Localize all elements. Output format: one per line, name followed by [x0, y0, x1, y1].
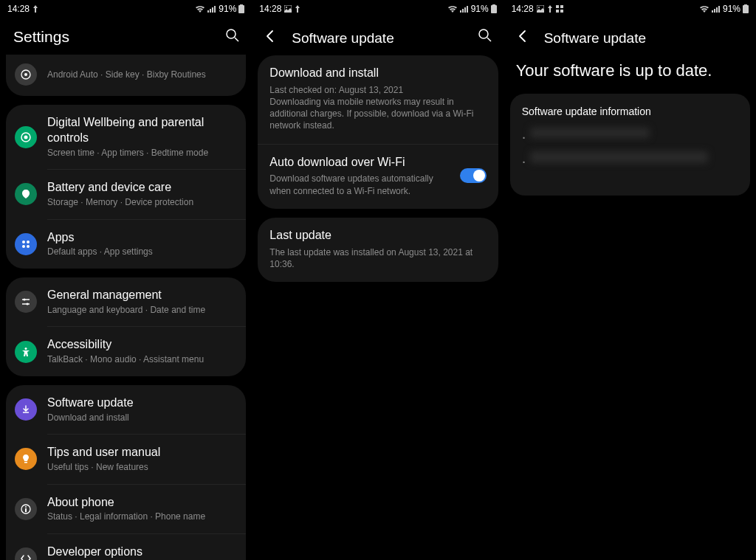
setting-subtitle: Screen time · App timers · Bedtime mode	[47, 148, 234, 159]
svg-rect-29	[462, 9, 464, 13]
svg-rect-30	[464, 7, 466, 13]
setting-apps[interactable]: AppsDefault apps · App settings	[6, 220, 246, 269]
status-time: 14:28	[259, 4, 281, 14]
setting-battery[interactable]: Battery and device careStorage · Memory …	[6, 170, 246, 218]
redacted-line	[530, 128, 649, 138]
svg-point-34	[479, 30, 488, 38]
svg-point-11	[24, 135, 28, 139]
general-icon	[15, 291, 37, 313]
svg-point-20	[25, 348, 27, 350]
back-button[interactable]	[516, 30, 529, 46]
setting-subtitle: Status · Legal information · Phone name	[47, 511, 234, 523]
redacted-line	[530, 151, 708, 163]
svg-rect-28	[460, 10, 461, 13]
about-icon	[15, 498, 37, 520]
setting-title: Software update	[47, 395, 234, 411]
wellbeing-icon	[15, 126, 37, 148]
svg-rect-41	[560, 10, 563, 13]
battery-percent: 91%	[723, 4, 740, 14]
setting-title: General management	[47, 288, 234, 303]
header: Settings	[0, 18, 252, 55]
search-icon[interactable]	[478, 28, 492, 46]
svg-point-17	[24, 299, 26, 301]
setting-subtitle: Language and keyboard · Date and time	[47, 305, 234, 317]
header: Software update	[504, 18, 756, 55]
svg-point-12	[22, 241, 25, 243]
svg-rect-43	[714, 9, 715, 13]
upload-icon	[32, 5, 38, 13]
update-status-screen: 14:28 91% Sof	[504, 0, 756, 560]
setting-developer-options[interactable]: Developer optionsDeveloper options	[6, 534, 246, 560]
setting-title: Tips and user manual	[47, 445, 234, 460]
setting-title: Digital Wellbeing and parental controls	[47, 115, 234, 146]
svg-rect-42	[712, 10, 713, 13]
setting-subtitle: TalkBack · Mono audio · Assistant menu	[47, 354, 234, 366]
svg-rect-0	[207, 10, 209, 13]
svg-point-19	[27, 303, 29, 305]
page-title: Software update	[544, 30, 744, 46]
status-time: 14:28	[7, 4, 30, 14]
image-notif-icon	[537, 5, 544, 13]
setting-tips[interactable]: Tips and user manualUseful tips · New fe…	[6, 435, 246, 483]
search-icon[interactable]	[225, 28, 240, 46]
svg-point-15	[27, 245, 30, 248]
item-subtitle: The last update was installed on August …	[269, 246, 486, 270]
svg-rect-4	[238, 5, 244, 13]
apps-icon	[15, 233, 37, 255]
svg-point-24	[25, 506, 27, 508]
item-title: Last update	[269, 228, 486, 243]
update-download-install[interactable]: Download and installLast checked on: Aug…	[258, 55, 498, 144]
svg-line-35	[487, 38, 491, 41]
item-subtitle: Download software updates automatically …	[269, 173, 450, 196]
setting-software-update[interactable]: Software updateDownload and install	[6, 385, 246, 434]
battery-percent: 91%	[471, 4, 489, 14]
info-card-title: Software update information	[522, 106, 738, 117]
battery-percent: 91%	[219, 4, 236, 14]
svg-point-37	[538, 7, 540, 8]
svg-rect-33	[492, 4, 495, 6]
svg-rect-22	[24, 462, 27, 463]
grid-icon	[556, 5, 563, 13]
setting-general-management[interactable]: General managementLanguage and keyboard …	[6, 277, 246, 326]
setting-title: Apps	[47, 230, 234, 246]
setting-accessibility[interactable]: AccessibilityTalkBack · Mono audio · Ass…	[6, 327, 246, 376]
battery-icon	[491, 4, 497, 13]
wifi-icon	[195, 5, 205, 13]
status-bar: 14:28 91%	[252, 0, 504, 18]
svg-point-14	[22, 245, 25, 248]
setting-digital-wellbeing[interactable]: Digital Wellbeing and parental controlsS…	[6, 105, 246, 169]
svg-rect-38	[556, 5, 559, 8]
setting-subtitle: Useful tips · New features	[47, 462, 234, 474]
svg-point-13	[27, 241, 30, 243]
update-auto-download[interactable]: Auto download over Wi-FiDownload softwar…	[258, 144, 498, 209]
page-title: Software update	[292, 30, 462, 46]
update-last-update[interactable]: Last updateThe last update was installed…	[258, 218, 498, 282]
wifi-icon	[699, 5, 709, 13]
svg-rect-32	[491, 5, 497, 13]
setting-about-phone[interactable]: About phoneStatus · Legal information · …	[6, 485, 246, 533]
status-bar: 14:28 91%	[0, 0, 252, 18]
status-time: 14:28	[512, 4, 534, 14]
page-title: Settings	[13, 28, 210, 46]
svg-rect-44	[716, 7, 718, 13]
svg-rect-45	[718, 6, 720, 13]
item-subtitle: Last checked on: August 13, 2021 Downloa…	[269, 84, 486, 132]
upload-icon	[295, 5, 300, 13]
item-title: Download and install	[269, 66, 486, 81]
battery-icon	[238, 4, 244, 13]
update-info-card[interactable]: Software update information	[510, 94, 750, 196]
update-content: Download and installLast checked on: Aug…	[252, 55, 504, 560]
settings-list: Android Auto · Side key · Bixby Routines…	[0, 55, 252, 560]
auto-download-toggle[interactable]	[460, 168, 487, 183]
svg-rect-25	[25, 508, 27, 512]
svg-rect-40	[556, 10, 559, 13]
back-button[interactable]	[264, 30, 277, 46]
svg-rect-46	[743, 5, 749, 13]
battery-icon	[743, 4, 749, 13]
dev-icon	[15, 547, 37, 560]
setting-title: Developer options	[47, 545, 234, 560]
software-update-screen: 14:28 91% Software update	[252, 0, 504, 560]
setting-subtitle: Default apps · App settings	[47, 246, 234, 258]
image-notif-icon	[284, 5, 292, 13]
setting-advanced-features[interactable]: Android Auto · Side key · Bixby Routines	[6, 55, 246, 96]
